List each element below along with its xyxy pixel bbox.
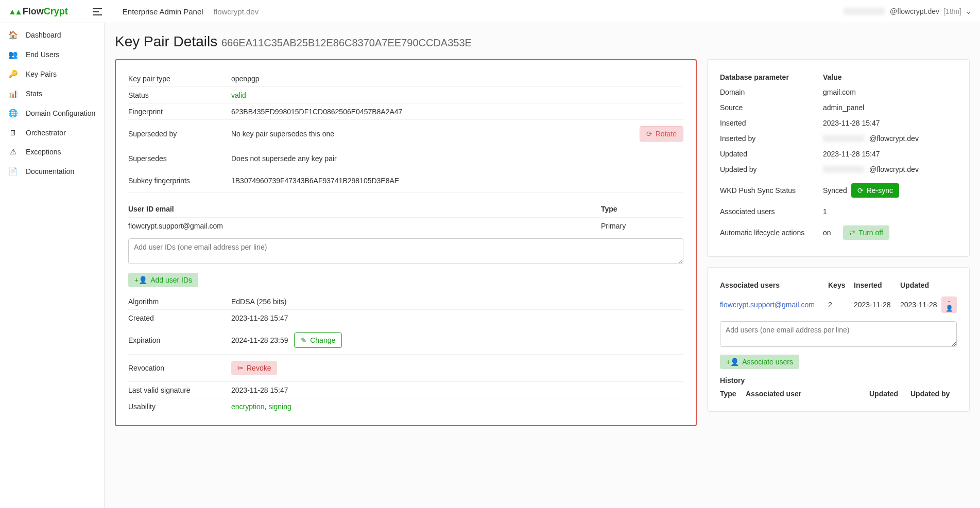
sidebar-item-label: Documentation (26, 167, 74, 176)
pencil-icon: ✎ (301, 336, 307, 344)
brand-logo[interactable]: ▲▴ FlowCrypt (8, 6, 68, 17)
kv-label: Usability (128, 402, 231, 411)
db-value: @flowcrypt.dev (823, 165, 957, 173)
hist-header-by: Updated by (910, 390, 957, 398)
sidebar-item-label: Orchestrator (26, 129, 66, 137)
doc-icon: 📄 (8, 167, 18, 176)
usability-value: encryption, signing (231, 402, 683, 411)
panel-domain: flowcrypt.dev (214, 7, 259, 16)
assoc-row: flowcrypt.support@gmail.com 2 2023-11-28… (720, 292, 957, 317)
history-title: History (720, 376, 957, 384)
chart-icon: 📊 (8, 89, 18, 98)
sidebar-item-domain-config[interactable]: 🌐Domain Configuration (0, 103, 104, 123)
revoke-button[interactable]: ✂Revoke (231, 361, 277, 375)
user-name-redacted (844, 8, 885, 15)
sidebar-item-orchestrator[interactable]: 🗓Orchestrator (0, 123, 104, 142)
page-title: Key Pair Details 666EA11C35AB25B12E86C83… (115, 33, 970, 50)
globe-icon: 🌐 (8, 109, 18, 118)
expiration-value: 2024-11-28 23:59 ✎Change (231, 332, 683, 348)
hist-header-updated: Updated (869, 390, 910, 398)
kv-label: Algorithm (128, 297, 231, 306)
kv-label: Key pair type (128, 75, 231, 83)
rotate-button[interactable]: ⟳Rotate (640, 126, 683, 142)
uid-email: flowcrypt.support@gmail.com (128, 222, 601, 230)
add-user-ids-button[interactable]: +👤Add user IDs (128, 273, 198, 287)
kv-label: Supersedes (128, 154, 231, 163)
user-plus-icon: +👤 (726, 358, 739, 366)
top-header: ▲▴ FlowCrypt Enterprise Admin Panel flow… (0, 0, 980, 23)
sidebar-item-key-pairs[interactable]: 🔑Key Pairs (0, 64, 104, 84)
db-value: 2023-11-28 15:47 (823, 119, 957, 127)
assoc-user-link[interactable]: flowcrypt.support@gmail.com (720, 301, 815, 309)
uid-type: Primary (601, 222, 683, 230)
users-icon: 👥 (8, 50, 18, 59)
db-label: Automatic lifecycle actions (720, 229, 823, 237)
sidebar-item-label: Domain Configuration (26, 109, 95, 117)
redacted (823, 166, 864, 173)
db-label: WKD Push Sync Status (720, 186, 823, 195)
alert-icon: ⚠ (8, 147, 18, 156)
user-menu[interactable]: @flowcrypt.dev [18m] ⌄ (844, 7, 972, 15)
turn-off-button[interactable]: ⇄Turn off (843, 225, 889, 240)
db-label: Inserted (720, 119, 823, 127)
key-details-card: Key pair typeopenpgp Statusvalid Fingerp… (115, 59, 697, 426)
assoc-header-updated: Updated (900, 281, 941, 289)
database-card: Database parameterValue Domaingmail.com … (707, 59, 970, 257)
db-value: 1 (823, 207, 957, 216)
fingerprint-value: 623BB435ED998015DF1CD0862506E0457B8A2A47 (231, 108, 683, 116)
session-time: [18m] (943, 7, 961, 15)
db-value: 2023-11-28 15:47 (823, 150, 957, 158)
sidebar-item-end-users[interactable]: 👥End Users (0, 45, 104, 64)
uid-row: flowcrypt.support@gmail.com Primary (128, 218, 683, 234)
sidebar-item-label: Dashboard (26, 31, 61, 39)
kv-value: openpgp (231, 75, 683, 83)
db-label: Updated by (720, 165, 823, 173)
user-plus-icon: +👤 (134, 276, 147, 284)
sidebar-item-label: Exceptions (26, 148, 61, 156)
panel-title: Enterprise Admin Panel (123, 7, 203, 16)
wkd-status: Synced (823, 186, 847, 195)
associate-users-button[interactable]: +👤Associate users (720, 355, 799, 369)
uid-header-email: User ID email (128, 205, 601, 213)
change-expiration-button[interactable]: ✎Change (294, 332, 342, 348)
algorithm-value: EdDSA (256 bits) (231, 297, 683, 306)
brand-text-flow: Flow (23, 6, 44, 16)
add-user-ids-input[interactable] (128, 238, 683, 264)
assoc-header-user: Associated users (720, 281, 828, 289)
kv-label: Last valid signature (128, 386, 231, 394)
assoc-header-inserted: Inserted (854, 281, 900, 289)
kv-label: Expiration (128, 336, 231, 344)
db-label: Associated users (720, 207, 823, 216)
sidebar-item-exceptions[interactable]: ⚠Exceptions (0, 142, 104, 162)
db-value: gmail.com (823, 88, 957, 96)
db-header-param: Database parameter (720, 73, 823, 81)
kv-label: Created (128, 314, 231, 322)
add-users-input[interactable] (720, 321, 957, 347)
calendar-icon: 🗓 (8, 128, 18, 137)
last-valid-signature-value: 2023-11-28 15:47 (231, 386, 683, 394)
db-label: Inserted by (720, 134, 823, 143)
menu-toggle-icon[interactable] (93, 7, 102, 15)
assoc-header-keys: Keys (828, 281, 854, 289)
sidebar-item-stats[interactable]: 📊Stats (0, 84, 104, 103)
sidebar-item-dashboard[interactable]: 🏠Dashboard (0, 25, 104, 45)
redacted (823, 135, 864, 142)
assoc-updated: 2023-11-28 (900, 301, 941, 309)
revoke-icon: ✂ (237, 364, 244, 372)
status-value: valid (231, 91, 683, 99)
sidebar-item-label: Key Pairs (26, 70, 57, 78)
db-label: Updated (720, 150, 823, 158)
remove-user-button[interactable]: -👤 (941, 296, 957, 313)
associated-users-card: Associated users Keys Inserted Updated f… (707, 267, 970, 412)
kv-label: Subkey fingerprints (128, 177, 231, 185)
assoc-keys: 2 (828, 301, 854, 309)
sidebar: 🏠Dashboard 👥End Users 🔑Key Pairs 📊Stats … (0, 23, 105, 508)
assoc-inserted: 2023-11-28 (854, 301, 900, 309)
sidebar-item-documentation[interactable]: 📄Documentation (0, 162, 104, 181)
brand-text-crypt: Crypt (44, 6, 68, 16)
resync-button[interactable]: ⟳Re-sync (851, 183, 899, 198)
db-value: @flowcrypt.dev (823, 134, 957, 143)
sidebar-item-label: Stats (26, 90, 42, 98)
user-suffix: @flowcrypt.dev (890, 7, 939, 15)
hist-header-type: Type (720, 390, 746, 398)
